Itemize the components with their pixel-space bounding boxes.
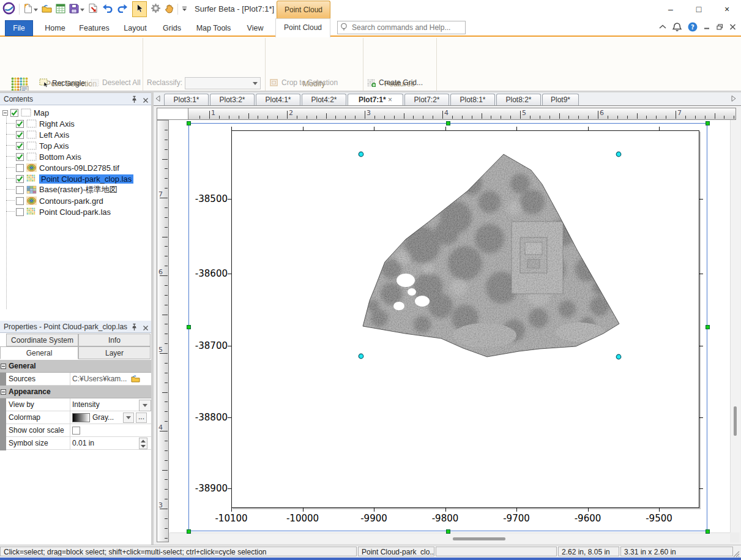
tab-layer[interactable]: Layer xyxy=(78,346,151,359)
horizontal-scroll-thumb[interactable] xyxy=(453,537,505,540)
tree-item-point-cloud-park-las[interactable]: Point Cloud-park.las xyxy=(0,206,151,217)
dropdown-button[interactable] xyxy=(139,400,151,411)
export-document-icon[interactable] xyxy=(88,3,98,15)
tab-grids[interactable]: Grids xyxy=(157,21,187,35)
tab-view[interactable]: View xyxy=(240,21,270,35)
tab-scroll-right-icon[interactable] xyxy=(731,95,736,102)
selection-handle[interactable] xyxy=(446,121,450,125)
child-restore-icon[interactable] xyxy=(717,24,723,30)
tree-item-base-raster[interactable]: Base(raster)-標準地図 xyxy=(0,184,151,195)
tab-features[interactable]: Features xyxy=(75,21,114,35)
property-section-header-appearance[interactable]: Appearance xyxy=(0,386,151,398)
colormap-dropdown-button[interactable] xyxy=(123,413,134,423)
collapse-box[interactable] xyxy=(1,389,6,395)
document-tab-plot9-[interactable]: Plot9* xyxy=(542,94,579,105)
new-document-icon[interactable] xyxy=(23,3,32,15)
tab-layout[interactable]: Layout xyxy=(117,21,153,35)
tree-checkbox[interactable] xyxy=(16,175,24,183)
sources-path-value[interactable]: C:¥Users¥kam... xyxy=(72,375,131,383)
dropdown-caret-icon[interactable] xyxy=(34,5,38,13)
new-worksheet-icon[interactable] xyxy=(56,4,65,15)
close-icon[interactable] xyxy=(143,323,149,335)
tab-scroll-left-icon[interactable] xyxy=(155,95,160,102)
tree-item-left-axis[interactable]: Left Axis xyxy=(0,129,151,140)
selection-handle[interactable] xyxy=(187,325,191,329)
tree-checkbox[interactable] xyxy=(16,120,24,128)
collapse-ribbon-chevron-icon[interactable] xyxy=(659,24,666,29)
tree-checkbox[interactable] xyxy=(16,164,24,172)
tree-checkbox[interactable] xyxy=(16,197,24,205)
document-tab-plot7-2-[interactable]: Plot7:2* xyxy=(404,94,449,105)
pan-hand-icon[interactable] xyxy=(165,4,174,15)
collapse-box[interactable] xyxy=(1,364,6,369)
tree-checkbox[interactable] xyxy=(16,131,24,139)
colormap-value[interactable]: Gray... xyxy=(92,413,114,422)
ribbon-button-rectangle[interactable]: Rectangle xyxy=(39,78,85,88)
tree-item-right-axis[interactable]: Right Axis xyxy=(0,118,151,129)
view-by-value[interactable]: Intensity xyxy=(72,400,100,409)
tab-coordinate-system[interactable]: Coordinate System xyxy=(6,334,78,346)
undo-icon[interactable] xyxy=(102,4,113,15)
tree-checkbox[interactable] xyxy=(16,153,24,161)
document-tab-plot7-1-[interactable]: Plot7:1* × xyxy=(348,94,403,105)
close-button[interactable]: × xyxy=(713,0,741,18)
open-folder-icon[interactable] xyxy=(42,4,52,15)
maximize-button[interactable]: □ xyxy=(685,0,713,18)
selection-handle[interactable] xyxy=(446,529,450,534)
tab-info[interactable]: Info xyxy=(78,334,151,346)
tree-item-map[interactable]: Map xyxy=(0,107,151,118)
tree-checkbox[interactable] xyxy=(16,142,24,150)
command-search[interactable] xyxy=(337,21,466,34)
tab-general[interactable]: General xyxy=(0,346,78,359)
document-tab-plot3-1-[interactable]: Plot3:1* xyxy=(164,94,209,105)
notifications-bell-icon[interactable] xyxy=(672,22,682,32)
select-pointer-icon[interactable] xyxy=(136,4,143,15)
surfer-logo-icon[interactable] xyxy=(2,2,15,17)
document-tab-plot8-1-[interactable]: Plot8:1* xyxy=(450,94,495,105)
colormap-swatch[interactable] xyxy=(72,413,90,422)
tab-close-icon[interactable]: × xyxy=(386,95,392,104)
contextual-tab-header[interactable]: Point Cloud xyxy=(277,1,330,19)
tab-point-cloud-active[interactable]: Point Cloud xyxy=(275,18,330,37)
selection-handle[interactable] xyxy=(706,121,710,125)
ribbon-button-create-grid[interactable]: Create Grid... xyxy=(367,78,423,87)
pin-icon[interactable] xyxy=(131,95,138,107)
property-section-header-general[interactable]: General xyxy=(0,360,151,373)
options-gear-icon[interactable] xyxy=(151,3,161,15)
selection-handle[interactable] xyxy=(706,325,710,329)
child-close-icon[interactable] xyxy=(729,24,736,30)
tree-checkbox[interactable] xyxy=(10,109,18,117)
help-icon[interactable]: ? xyxy=(688,22,698,32)
vertical-scroll-thumb[interactable] xyxy=(734,406,737,436)
document-tab-plot4-1-[interactable]: Plot4:1* xyxy=(256,94,300,105)
tab-home[interactable]: Home xyxy=(39,21,71,35)
horizontal-scrollbar[interactable] xyxy=(170,532,730,543)
tree-item-contours-park-grd[interactable]: Contours-park.grd xyxy=(0,195,151,206)
save-icon[interactable] xyxy=(69,4,79,15)
document-tab-plot4-2-[interactable]: Plot4:2* xyxy=(302,94,346,105)
browse-folder-icon[interactable] xyxy=(131,375,140,383)
selection-handle[interactable] xyxy=(187,529,191,534)
expand-collapse-box[interactable] xyxy=(2,110,8,116)
child-minimize-icon[interactable] xyxy=(704,24,710,30)
file-menu-button[interactable]: File xyxy=(5,20,33,36)
selection-handle[interactable] xyxy=(706,529,710,534)
tab-map-tools[interactable]: Map Tools xyxy=(191,21,236,35)
document-tab-plot8-2-[interactable]: Plot8:2* xyxy=(496,94,541,105)
colormap-more-button[interactable]: ... xyxy=(136,413,147,423)
document-tab-plot3-2-[interactable]: Plot3:2* xyxy=(210,94,255,105)
redo-icon[interactable] xyxy=(117,4,128,15)
close-icon[interactable] xyxy=(143,95,149,107)
show-color-scale-checkbox[interactable] xyxy=(72,427,80,435)
vertical-scrollbar[interactable] xyxy=(730,120,740,532)
pin-icon[interactable] xyxy=(131,323,138,335)
tree-item-bottom-axis[interactable]: Bottom Axis xyxy=(0,151,151,162)
search-input[interactable] xyxy=(351,23,457,32)
symbol-size-spinner[interactable] xyxy=(139,438,147,449)
tree-item-point-cloud-park-clop-las[interactable]: Point Cloud-park_clop.las xyxy=(0,173,151,184)
minimize-button[interactable]: – xyxy=(657,0,685,18)
tree-checkbox[interactable] xyxy=(16,186,24,194)
symbol-size-value[interactable]: 0.01 in xyxy=(72,439,94,447)
tree-item-contours-09ld2785-tif[interactable]: Contours-09LD2785.tif xyxy=(0,162,151,173)
property-value-sources[interactable]: C:¥Users¥kam... xyxy=(70,373,151,386)
